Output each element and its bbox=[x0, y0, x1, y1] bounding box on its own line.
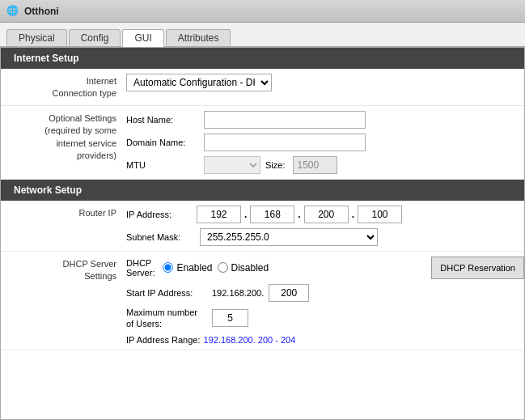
optional-settings-label: Optional Settings(required by someintern… bbox=[1, 111, 126, 163]
dhcp-enabled-text: Enabled bbox=[176, 262, 212, 274]
subnet-row: Subnet Mask: 255.255.255.0 255.255.0.0 2… bbox=[126, 228, 378, 246]
tab-config[interactable]: Config bbox=[69, 29, 121, 46]
dhcp-server-label: DHCPServer: bbox=[126, 258, 155, 278]
connection-type-label: InternetConnection type bbox=[1, 74, 126, 100]
ip-octet2[interactable] bbox=[250, 206, 294, 223]
dhcp-enabled-label[interactable]: Enabled bbox=[163, 262, 212, 274]
dhcp-disabled-label[interactable]: Disabled bbox=[218, 262, 269, 274]
tab-gui[interactable]: GUI bbox=[122, 29, 163, 47]
internet-setup-header: Internet Setup bbox=[1, 48, 524, 69]
ip-octet1[interactable] bbox=[197, 206, 241, 223]
dhcp-enabled-radio[interactable] bbox=[163, 262, 173, 273]
connection-type-select[interactable]: Automatic Configuration - DHCP Static IP… bbox=[126, 74, 272, 91]
hostname-row: Host Name: bbox=[126, 111, 366, 129]
domainname-input[interactable] bbox=[204, 134, 366, 151]
dhcp-enable-row: DHCPServer: Enabled Disabled DHCP Reserv… bbox=[126, 257, 524, 279]
start-ip-row: Start IP Address: 192.168.200. bbox=[126, 284, 309, 302]
tab-attributes[interactable]: Attributes bbox=[166, 29, 231, 46]
dhcp-disabled-radio[interactable] bbox=[218, 262, 228, 273]
router-ip-label: Router IP bbox=[1, 206, 126, 219]
ip-dot-2: . bbox=[298, 209, 300, 220]
max-users-input[interactable] bbox=[212, 309, 248, 327]
app-title: Otthoni bbox=[24, 6, 59, 17]
domainname-row: Domain Name: bbox=[126, 134, 366, 151]
mtu-select[interactable]: Auto Manual bbox=[204, 156, 260, 174]
router-ip-content: IP Address: . . . Subnet Mask: 255.255.2… bbox=[126, 206, 524, 246]
tab-physical[interactable]: Physical bbox=[6, 29, 67, 46]
hostname-input[interactable] bbox=[204, 111, 366, 129]
max-users-label: Maximum numberof Users: bbox=[126, 307, 207, 330]
ip-dot-3: . bbox=[352, 209, 354, 220]
ip-address-row: IP Address: . . . bbox=[126, 206, 402, 223]
dhcp-radio-group: DHCPServer: Enabled Disabled bbox=[126, 258, 431, 278]
ip-octet3[interactable] bbox=[304, 206, 349, 223]
mtu-size-input[interactable] bbox=[293, 156, 337, 174]
start-ip-label: Start IP Address: bbox=[126, 288, 207, 298]
dhcp-settings-row: DHCP ServerSettings DHCPServer: Enabled … bbox=[1, 252, 524, 350]
dhcp-disabled-text: Disabled bbox=[231, 262, 269, 274]
max-users-row: Maximum numberof Users: bbox=[126, 307, 248, 330]
dhcp-settings-label: DHCP ServerSettings bbox=[1, 257, 126, 283]
connection-type-row: InternetConnection type Automatic Config… bbox=[1, 69, 524, 106]
ip-dot-1: . bbox=[244, 209, 247, 220]
mtu-label: MTU bbox=[126, 160, 199, 170]
ip-address-label: IP Address: bbox=[126, 210, 195, 219]
mtu-row: MTU Auto Manual Size: bbox=[126, 156, 337, 174]
subnet-label: Subnet Mask: bbox=[126, 232, 195, 242]
subnet-select[interactable]: 255.255.255.0 255.255.0.0 255.0.0.0 bbox=[200, 228, 378, 246]
tabs-bar: Physical Config GUI Attributes bbox=[0, 23, 525, 47]
hostname-label: Host Name: bbox=[126, 115, 199, 125]
network-setup-header: Network Setup bbox=[1, 180, 524, 201]
router-ip-row: Router IP IP Address: . . . Subnet Mask:… bbox=[1, 201, 524, 252]
main-content: Internet Setup InternetConnection type A… bbox=[0, 47, 525, 420]
dhcp-reservation-button[interactable]: DHCP Reservation bbox=[431, 257, 524, 279]
title-bar: 🌐 Otthoni bbox=[0, 0, 525, 23]
optional-settings-row: Optional Settings(required by someintern… bbox=[1, 106, 524, 180]
optional-settings-content: Host Name: Domain Name: MTU Auto Manual … bbox=[126, 111, 524, 174]
ip-octet4[interactable] bbox=[358, 206, 402, 223]
connection-type-content: Automatic Configuration - DHCP Static IP… bbox=[126, 74, 524, 91]
ip-range-row: IP Address Range: 192.168.200. 200 - 204 bbox=[126, 335, 295, 345]
ip-range-label: IP Address Range: bbox=[126, 335, 201, 345]
start-ip-input[interactable] bbox=[269, 284, 309, 302]
app-icon: 🌐 bbox=[6, 5, 19, 18]
domainname-label: Domain Name: bbox=[126, 138, 199, 147]
dhcp-settings-content: DHCPServer: Enabled Disabled DHCP Reserv… bbox=[126, 257, 524, 345]
start-ip-prefix: 192.168.200. bbox=[212, 288, 264, 298]
size-label: Size: bbox=[265, 160, 285, 170]
ip-range-value: 192.168.200. 200 - 204 bbox=[204, 335, 296, 345]
